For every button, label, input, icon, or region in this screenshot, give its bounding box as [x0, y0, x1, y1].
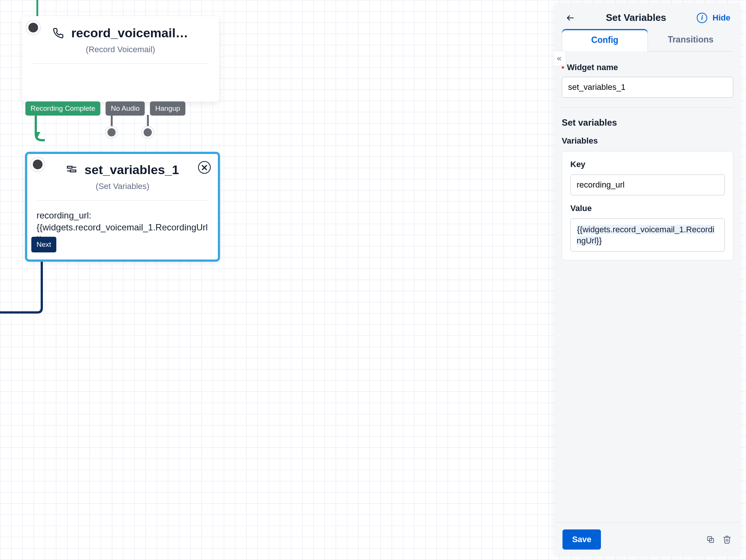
- variable-value-input[interactable]: {{widgets.record_voicemail_1.RecordingUr…: [570, 218, 725, 252]
- back-icon[interactable]: [565, 13, 575, 23]
- node-divider: [37, 200, 209, 201]
- transition-recording-complete[interactable]: Recording Complete: [25, 101, 100, 116]
- node-input-anchor[interactable]: [28, 23, 38, 32]
- variable-key-input[interactable]: [570, 174, 725, 195]
- transition-no-audio[interactable]: No Audio: [106, 101, 145, 116]
- transition-port-no-audio[interactable]: [107, 128, 116, 136]
- config-panel: « Set Variables i Hide Config Transition…: [554, 4, 741, 556]
- widget-name-label-text: Widget name: [567, 63, 618, 72]
- tab-config[interactable]: Config: [562, 29, 648, 51]
- required-indicator-icon: [562, 66, 564, 69]
- transition-hangup[interactable]: Hangup: [150, 101, 185, 116]
- node-divider: [32, 63, 209, 64]
- variable-value-label: Value: [570, 204, 725, 213]
- node-subtitle: (Set Variables): [37, 182, 209, 191]
- variables-subtitle: Variables: [562, 136, 733, 146]
- panel-header: Set Variables i Hide: [554, 4, 741, 29]
- section-set-variables-title: Set variables: [562, 117, 733, 128]
- transition-next[interactable]: Next: [31, 237, 56, 252]
- flow-canvas[interactable]: record_voicemail… (Record Voicemail) Rec…: [0, 0, 746, 560]
- node-transitions-row: Recording Complete No Audio Hangup: [25, 101, 185, 116]
- panel-body[interactable]: Widget name Set variables Variables Key …: [554, 51, 741, 522]
- node-title: set_variables_1: [37, 163, 209, 177]
- panel-title: Set Variables: [580, 12, 692, 23]
- trash-icon[interactable]: [721, 534, 733, 545]
- widget-name-label: Widget name: [562, 63, 733, 72]
- copy-icon[interactable]: [705, 534, 716, 545]
- panel-footer: Save: [554, 522, 741, 556]
- svg-rect-2: [70, 170, 76, 172]
- node-title: record_voicemail…: [32, 26, 209, 40]
- tab-transitions[interactable]: Transitions: [648, 29, 733, 51]
- close-icon[interactable]: [198, 161, 211, 174]
- panel-tabs: Config Transitions: [562, 29, 733, 51]
- save-button[interactable]: Save: [562, 529, 601, 550]
- svg-rect-1: [68, 166, 72, 168]
- node-record-voicemail[interactable]: record_voicemail… (Record Voicemail): [22, 16, 219, 102]
- transition-port-stem: [111, 115, 113, 128]
- transition-port-stem: [147, 115, 149, 128]
- set-variables-icon: [66, 164, 77, 176]
- info-icon[interactable]: i: [697, 13, 707, 23]
- variable-value-text: {{widgets.record_voicemail_1.RecordingUr…: [577, 225, 714, 245]
- node-title-text: record_voicemail…: [71, 26, 188, 40]
- node-title-text: set_variables_1: [85, 163, 179, 177]
- node-subtitle: (Record Voicemail): [32, 45, 209, 54]
- variable-card: Key Value {{widgets.record_voicemail_1.R…: [562, 151, 733, 260]
- hide-button[interactable]: Hide: [712, 13, 730, 23]
- widget-name-input[interactable]: [562, 77, 733, 98]
- panel-divider: [562, 107, 733, 108]
- node-input-anchor[interactable]: [33, 160, 43, 169]
- transition-port-hangup[interactable]: [144, 128, 152, 136]
- node-body-text: recording_url: {{widgets.record_voicemai…: [37, 210, 209, 246]
- variable-key-label: Key: [570, 160, 725, 169]
- phone-icon: [53, 28, 64, 39]
- svg-marker-0: [34, 132, 40, 138]
